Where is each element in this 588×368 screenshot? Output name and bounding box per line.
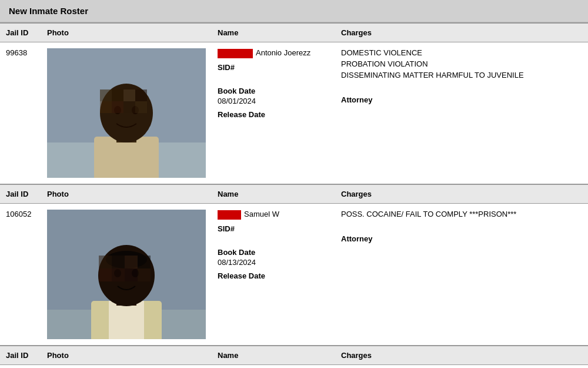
svg-rect-13 bbox=[123, 101, 135, 113]
name-value-2: Samuel W bbox=[218, 210, 329, 220]
svg-rect-9 bbox=[123, 89, 135, 101]
release-date-value-2 bbox=[218, 281, 329, 290]
jail-id-1: 99638 bbox=[0, 42, 41, 185]
charge-2-0: POSS. COCAINE/ FAIL TO COMPLY ***PRISON*… bbox=[341, 210, 582, 218]
svg-rect-11 bbox=[100, 101, 112, 113]
name-redact-bar-1 bbox=[218, 49, 253, 58]
attorney-label-2: Attorney bbox=[341, 234, 582, 243]
release-date-label-1: Release Date bbox=[218, 110, 329, 119]
mugshot-1 bbox=[47, 48, 206, 178]
col-header-jailid-footer: Jail ID bbox=[0, 346, 41, 365]
svg-rect-18 bbox=[109, 301, 144, 339]
svg-rect-12 bbox=[112, 101, 123, 113]
book-date-value-2: 08/13/2024 bbox=[218, 258, 329, 267]
col-header-photo-2: Photo bbox=[41, 184, 212, 204]
col-header-photo-footer: Photo bbox=[41, 346, 212, 365]
attorney-value-1 bbox=[341, 105, 582, 114]
col-header-jailid-1: Jail ID bbox=[0, 23, 41, 42]
book-date-label-2: Book Date bbox=[218, 248, 329, 257]
svg-rect-29 bbox=[112, 268, 125, 281]
attorney-value-2 bbox=[341, 244, 582, 253]
mugshot-2 bbox=[47, 210, 206, 339]
jail-id-2: 106052 bbox=[0, 204, 41, 346]
svg-rect-2 bbox=[94, 137, 159, 178]
col-header-charges-footer: Charges bbox=[335, 346, 588, 365]
book-date-value-1: 08/01/2024 bbox=[218, 97, 329, 105]
svg-rect-14 bbox=[135, 101, 147, 113]
svg-rect-26 bbox=[125, 256, 138, 268]
col-header-name-footer: Name bbox=[212, 346, 335, 365]
inmate-row-1: 99638 bbox=[0, 42, 588, 185]
col-header-charges-2: Charges bbox=[335, 184, 588, 204]
sid-value-2 bbox=[218, 234, 329, 243]
svg-rect-24 bbox=[99, 256, 112, 268]
charges-cell-2: POSS. COCAINE/ FAIL TO COMPLY ***PRISON*… bbox=[335, 204, 588, 346]
mugshot-svg-1 bbox=[47, 48, 206, 178]
column-header-row-footer: Jail ID Photo Name Charges bbox=[0, 346, 588, 365]
mugshot-svg-2 bbox=[47, 210, 206, 339]
svg-rect-25 bbox=[112, 256, 125, 268]
col-header-name-2: Name bbox=[212, 184, 335, 204]
name-value-1: Antonio Joerezz bbox=[218, 48, 329, 58]
release-date-value-1 bbox=[218, 120, 329, 129]
charge-1-0: DOMESTIC VIOLENCE bbox=[341, 48, 582, 57]
svg-rect-31 bbox=[138, 268, 151, 281]
svg-rect-8 bbox=[112, 89, 123, 101]
sid-label-1: SID# bbox=[218, 63, 329, 72]
name-cell-2: Samuel W SID# Book Date 08/13/2024 Relea… bbox=[212, 204, 335, 346]
charges-cell-1: DOMESTIC VIOLENCE PROBATION VIOLATION DI… bbox=[335, 42, 588, 185]
release-date-label-2: Release Date bbox=[218, 271, 329, 280]
page-header: New Inmate Roster bbox=[0, 0, 588, 22]
svg-rect-27 bbox=[138, 256, 151, 268]
charge-1-2: DISSEMINATING MATTER HARMFUL TO JUVENILE bbox=[341, 71, 582, 79]
attorney-label-1: Attorney bbox=[341, 95, 582, 104]
col-header-jailid-2: Jail ID bbox=[0, 184, 41, 204]
svg-rect-10 bbox=[135, 89, 147, 101]
name-redact-bar-2 bbox=[218, 210, 241, 220]
inmate-row-2: 106052 bbox=[0, 204, 588, 346]
svg-rect-28 bbox=[99, 268, 112, 281]
col-header-name-1: Name bbox=[212, 23, 335, 42]
sid-label-2: SID# bbox=[218, 224, 329, 233]
column-header-row-1: Jail ID Photo Name Charges bbox=[0, 23, 588, 42]
col-header-photo-1: Photo bbox=[41, 23, 212, 42]
photo-cell-2 bbox=[41, 204, 212, 346]
book-date-label-1: Book Date bbox=[218, 87, 329, 95]
svg-rect-7 bbox=[100, 89, 112, 101]
col-header-charges-1: Charges bbox=[335, 23, 588, 42]
name-text-1: Antonio Joerezz bbox=[256, 48, 310, 57]
name-cell-1: Antonio Joerezz SID# Book Date 08/01/202… bbox=[212, 42, 335, 185]
charge-1-1: PROBATION VIOLATION bbox=[341, 59, 582, 68]
column-header-row-2: Jail ID Photo Name Charges bbox=[0, 184, 588, 204]
sid-value-1 bbox=[218, 73, 329, 82]
svg-rect-30 bbox=[125, 268, 138, 281]
name-text-2: Samuel W bbox=[244, 210, 279, 218]
photo-cell-1 bbox=[41, 42, 212, 185]
page-title: New Inmate Roster bbox=[9, 6, 88, 16]
